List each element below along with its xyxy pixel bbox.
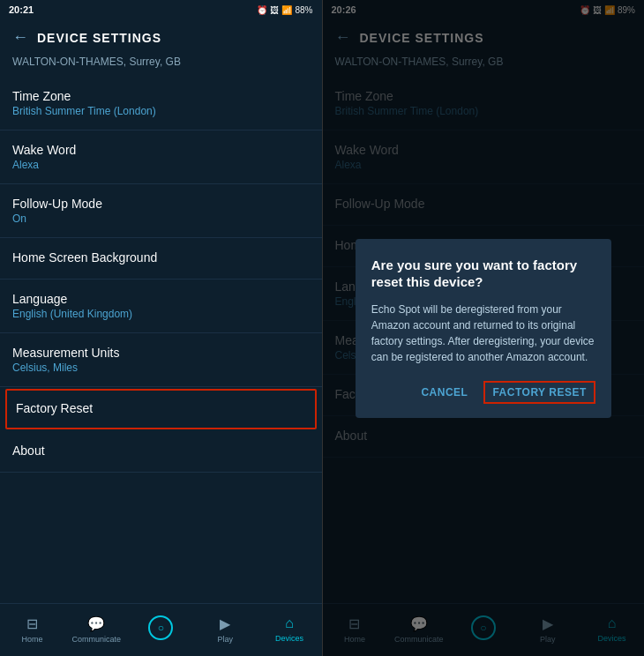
right-phone-panel: 20:26 ⏰ 🖼 📶 89% ← DEVICE SETTINGS WALTON… bbox=[323, 0, 645, 656]
left-settings-list: Time Zone British Summer Time (London) W… bbox=[0, 77, 322, 603]
settings-item-wakeword[interactable]: Wake Word Alexa bbox=[0, 130, 322, 184]
language-value: English (United Kingdom) bbox=[12, 308, 310, 320]
background-label: Home Screen Background bbox=[12, 250, 310, 265]
photo-icon: 🖼 bbox=[270, 5, 279, 15]
nav-devices-label: Devices bbox=[275, 634, 303, 643]
home-icon: ⊟ bbox=[26, 615, 38, 632]
nav-home[interactable]: ⊟ Home bbox=[0, 615, 64, 644]
nav-communicate-label: Communicate bbox=[72, 635, 122, 644]
dialog-cancel-button[interactable]: CANCEL bbox=[419, 381, 469, 404]
play-icon: ▶ bbox=[220, 615, 230, 632]
battery-left: 88% bbox=[295, 5, 312, 15]
left-status-icons: ⏰ 🖼 📶 88% bbox=[257, 5, 312, 15]
wakeword-value: Alexa bbox=[12, 159, 310, 171]
followup-label: Follow-Up Mode bbox=[12, 197, 310, 211]
left-phone-panel: 20:21 ⏰ 🖼 📶 88% ← DEVICE SETTINGS WALTON… bbox=[0, 0, 322, 656]
language-label: Language bbox=[12, 292, 310, 306]
left-bottom-nav: ⊟ Home 💬 Communicate ○ ▶ Play ⌂ Devices bbox=[0, 603, 322, 656]
timezone-label: Time Zone bbox=[12, 89, 310, 103]
nav-play[interactable]: ▶ Play bbox=[193, 615, 258, 644]
settings-item-measurement[interactable]: Measurement Units Celsius, Miles bbox=[0, 333, 322, 387]
settings-item-background[interactable]: Home Screen Background bbox=[0, 238, 322, 280]
signal-icon: 📶 bbox=[281, 5, 292, 15]
left-header: ← DEVICE SETTINGS bbox=[0, 19, 322, 56]
wakeword-label: Wake Word bbox=[12, 143, 310, 157]
dialog-factory-reset-button[interactable]: FACTORY RESET bbox=[483, 381, 595, 404]
settings-item-language[interactable]: Language English (United Kingdom) bbox=[0, 280, 322, 333]
left-time: 20:21 bbox=[9, 4, 34, 15]
nav-alexa[interactable]: ○ bbox=[129, 615, 193, 643]
dialog-title: Are you sure you want to factory reset t… bbox=[371, 257, 595, 291]
devices-icon: ⌂ bbox=[285, 615, 294, 631]
dialog-buttons: CANCEL FACTORY RESET bbox=[371, 381, 595, 404]
settings-item-factory-reset[interactable]: Factory Reset bbox=[5, 389, 317, 429]
measurement-value: Celsius, Miles bbox=[12, 362, 310, 374]
nav-play-label: Play bbox=[217, 635, 233, 644]
alexa-icon: ○ bbox=[148, 615, 173, 640]
dialog-body: Echo Spot will be deregistered from your… bbox=[371, 302, 595, 365]
followup-value: On bbox=[12, 212, 310, 225]
left-status-bar: 20:21 ⏰ 🖼 📶 88% bbox=[0, 0, 322, 19]
dialog-overlay: Are you sure you want to factory reset t… bbox=[323, 0, 645, 656]
measurement-label: Measurement Units bbox=[12, 346, 310, 360]
left-location: WALTON-ON-THAMES, Surrey, GB bbox=[0, 56, 322, 77]
settings-item-followup[interactable]: Follow-Up Mode On bbox=[0, 184, 322, 238]
alarm-icon: ⏰ bbox=[257, 5, 267, 15]
timezone-value: British Summer Time (London) bbox=[12, 105, 310, 117]
left-page-title: DEVICE SETTINGS bbox=[37, 31, 161, 45]
communicate-icon: 💬 bbox=[87, 615, 105, 632]
about-label: About bbox=[12, 444, 310, 458]
left-back-button[interactable]: ← bbox=[12, 28, 28, 47]
settings-item-about[interactable]: About bbox=[0, 431, 322, 473]
nav-devices[interactable]: ⌂ Devices bbox=[258, 615, 322, 643]
settings-item-timezone[interactable]: Time Zone British Summer Time (London) bbox=[0, 77, 322, 130]
factory-reset-dialog: Are you sure you want to factory reset t… bbox=[356, 239, 611, 418]
nav-home-label: Home bbox=[21, 635, 42, 644]
factory-reset-label: Factory Reset bbox=[16, 401, 306, 415]
nav-communicate[interactable]: 💬 Communicate bbox=[64, 615, 129, 644]
